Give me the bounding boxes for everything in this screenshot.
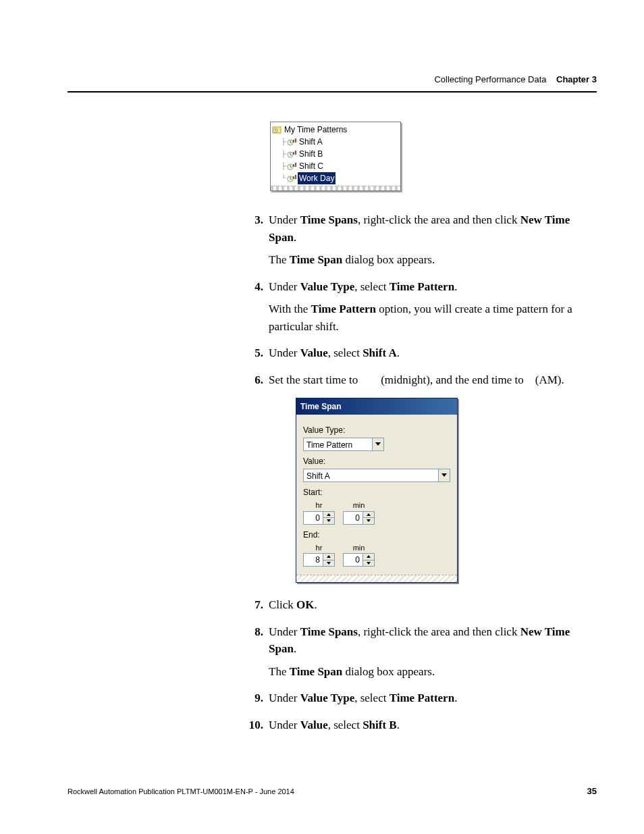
svg-marker-17 [327,519,331,522]
svg-rect-6 [293,152,294,155]
chevron-down-icon [327,519,331,522]
step-list: Under Time Spans, right-click the area a… [243,211,594,733]
blank [360,373,378,386]
start-row: hr 0 min [303,500,450,525]
spinner-up[interactable] [363,554,374,560]
text-bold: Value Type [300,692,354,704]
text: Under [269,719,300,731]
spinner-down[interactable] [323,517,334,524]
step-8: Under Time Spans, right-click the area a… [243,623,594,681]
tree-item-label: Shift C [298,160,325,172]
svg-marker-14 [375,442,381,446]
dropdown-button[interactable] [438,469,450,481]
tree-item[interactable]: ├ Shift C [271,160,400,172]
text-bold: Value Type [300,280,354,293]
tree-item-label-selected: Work Day [298,172,336,184]
end-label: End: [303,529,450,541]
text-bold: Shift B [363,719,397,731]
value-label: Value: [303,455,450,467]
content-column: My Time Patterns ├ Shift A ├ Shift B ├ [243,122,594,743]
svg-marker-16 [327,513,331,516]
tree-branch-icon: ├ [280,138,287,145]
end-hr-value[interactable]: 8 [303,553,323,567]
tree-branch-icon: └ [280,175,287,182]
text: Under [269,625,300,638]
dialog-titlebar[interactable]: Time Span [296,398,457,415]
text-bold: Value [300,346,328,359]
spinner-buttons[interactable] [363,553,375,567]
tree-item[interactable]: ├ Shift B [271,148,400,160]
spinner-up[interactable] [323,512,334,518]
text: . [294,231,296,244]
text: With the [269,303,311,315]
spinner-buttons[interactable] [323,553,335,567]
text: , right-click the area and then click [358,213,520,226]
end-hr-spinner[interactable]: 8 [303,553,335,567]
header-title: Collecting Performance Data [434,74,546,84]
step-4: Under Value Type, select Time Pattern. W… [243,278,594,336]
svg-marker-18 [367,513,371,516]
shift-icon [287,161,296,171]
text: , select [328,346,363,359]
tree-item-selected[interactable]: └ Work Day [271,172,400,184]
spinner-down[interactable] [323,560,334,567]
text-bold: OK [296,598,314,611]
svg-marker-19 [367,519,371,522]
hr-label: hr [303,542,335,554]
text: Under [269,280,300,293]
text: . [294,642,296,655]
text: . [397,719,400,731]
spinner-down[interactable] [363,560,374,567]
tree-item-label: Shift A [298,136,324,148]
chevron-down-icon [441,473,447,477]
text: Under [269,213,300,226]
svg-marker-23 [367,562,371,565]
text-bold: Shift A [363,346,397,359]
min-label: min [343,500,375,511]
text: . [315,598,317,611]
dropdown-button[interactable] [372,438,383,450]
min-label: min [343,542,375,554]
time-span-dialog-figure: Time Span Value Type: Time Pattern Value… [296,398,458,583]
tree-item-label: Shift B [298,148,324,160]
tree-root-row[interactable]: My Time Patterns [271,124,400,136]
start-min-spinner[interactable]: 0 [343,511,375,525]
text: , select [328,719,363,731]
end-min-spinner[interactable]: 0 [343,553,375,567]
spinner-buttons[interactable] [323,511,335,525]
svg-rect-4 [295,138,296,142]
shift-icon [287,174,296,183]
svg-marker-22 [367,555,371,558]
step-9: Under Value Type, select Time Pattern. [243,689,594,707]
text: dialog box appears. [342,253,435,266]
spinner-up[interactable] [323,554,334,560]
footer-page-number: 35 [587,786,597,796]
text-bold: Time Spans [300,213,358,226]
text-bold: Time Pattern [390,692,454,704]
svg-rect-9 [293,164,294,167]
tree-view-figure: My Time Patterns ├ Shift A ├ Shift B ├ [270,122,401,191]
tree-branch-icon: ├ [280,163,287,170]
tree-item[interactable]: ├ Shift A [271,136,400,148]
value-type-combo[interactable]: Time Pattern [303,438,384,451]
text-bold: Time Pattern [390,280,454,293]
start-hr-value[interactable]: 0 [303,511,323,525]
chevron-up-icon [367,555,371,558]
svg-rect-3 [293,140,294,142]
chevron-up-icon [327,555,331,558]
start-min-value[interactable]: 0 [343,511,363,525]
start-label: Start: [303,486,450,498]
spinner-up[interactable] [363,512,374,518]
end-min-value[interactable]: 0 [343,553,363,567]
spinner-down[interactable] [363,517,374,524]
text-bold: Time Pattern [311,303,376,315]
shift-icon [287,149,296,159]
start-hr-spinner[interactable]: 0 [303,511,335,525]
text-bold: Time Span [290,665,343,678]
spinner-buttons[interactable] [363,511,375,525]
chevron-down-icon [327,562,331,565]
value-combo[interactable]: Shift A [303,469,450,482]
svg-marker-15 [441,473,447,477]
page-footer: Rockwell Automation Publication PLTMT-UM… [68,786,597,796]
shift-icon [287,137,296,147]
